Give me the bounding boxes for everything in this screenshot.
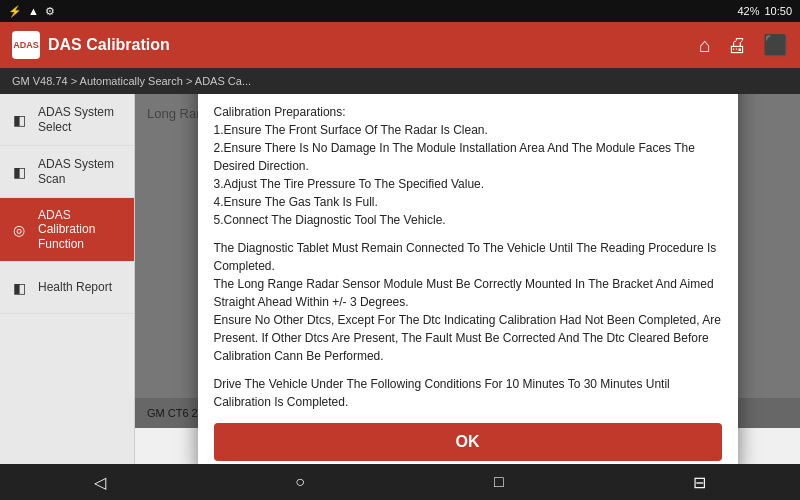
settings-icon: ⚙: [45, 5, 55, 18]
status-bar: ⚡ ▲ ⚙ 42% 10:50: [0, 0, 800, 22]
sidebar-item-label-health-report: Health Report: [38, 280, 112, 294]
modal-section-1: Calibration Preparations: 1.Ensure The F…: [214, 103, 722, 229]
home-button[interactable]: ○: [275, 469, 325, 495]
health-report-icon: ◧: [8, 277, 30, 299]
main-content: ◧ ADAS System Select ◧ ADAS System Scan …: [0, 94, 800, 464]
adas-system-select-icon: ◧: [8, 109, 30, 131]
sidebar-item-label-calibration: ADAS Calibration Function: [38, 208, 126, 251]
sidebar-item-health-report[interactable]: ◧ Health Report: [0, 262, 134, 314]
sidebar-item-label-system-select: ADAS System Select: [38, 105, 126, 134]
sidebar-item-adas-system-scan[interactable]: ◧ ADAS System Scan: [0, 146, 134, 198]
modal-dialog: Long Range Radar Sensor Module Learn Cal…: [198, 94, 738, 464]
square-button[interactable]: □: [474, 469, 524, 495]
time-display: 10:50: [764, 5, 792, 17]
modal-section-2: The Diagnostic Tablet Must Remain Connec…: [214, 239, 722, 365]
modal-section-3: Drive The Vehicle Under The Following Co…: [214, 375, 722, 413]
back-button[interactable]: ◁: [74, 469, 126, 496]
home-icon[interactable]: ⌂: [699, 34, 711, 57]
signal-icon: ▲: [28, 5, 39, 17]
modal-overlay: Long Range Radar Sensor Module Learn Cal…: [135, 94, 800, 428]
app-bar-icons: ⌂ 🖨 ⬛: [699, 33, 788, 57]
status-bar-right: 42% 10:50: [737, 5, 792, 17]
breadcrumb: GM V48.74 > Automatically Search > ADAS …: [0, 68, 800, 94]
app-bar-left: ADAS DAS Calibration: [12, 31, 170, 59]
content-area: Long Range Radar Sensor Mo... K GM CT6 2…: [135, 94, 800, 464]
app-logo: ADAS: [12, 31, 40, 59]
recent-button[interactable]: ⊟: [673, 469, 726, 496]
status-bar-left: ⚡ ▲ ⚙: [8, 5, 55, 18]
bottom-nav: ◁ ○ □ ⊟: [0, 464, 800, 500]
app-title: DAS Calibration: [48, 36, 170, 54]
exit-icon[interactable]: ⬛: [763, 33, 788, 57]
app-bar: ADAS DAS Calibration ⌂ 🖨 ⬛: [0, 22, 800, 68]
battery-percent: 42%: [737, 5, 759, 17]
sidebar-item-adas-calibration[interactable]: ◎ ADAS Calibration Function: [0, 198, 134, 262]
modal-body: Calibration Preparations: 1.Ensure The F…: [198, 94, 738, 413]
sidebar: ◧ ADAS System Select ◧ ADAS System Scan …: [0, 94, 135, 464]
bluetooth-icon: ⚡: [8, 5, 22, 18]
print-icon[interactable]: 🖨: [727, 34, 747, 57]
sidebar-item-label-system-scan: ADAS System Scan: [38, 157, 126, 186]
adas-system-scan-icon: ◧: [8, 161, 30, 183]
sidebar-item-adas-system-select[interactable]: ◧ ADAS System Select: [0, 94, 134, 146]
adas-calibration-icon: ◎: [8, 219, 30, 241]
modal-footer: OK: [198, 413, 738, 464]
ok-button[interactable]: OK: [214, 423, 722, 461]
